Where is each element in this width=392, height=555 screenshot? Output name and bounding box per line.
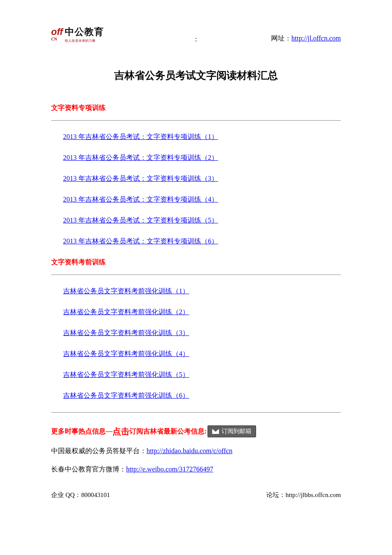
pretest-link[interactable]: 吉林省公务员文字资料考前强化训练（4） — [63, 350, 189, 357]
logo-cn-text: CN — [51, 37, 63, 41]
promo-click: 点击 — [112, 426, 130, 437]
header-colon: : — [195, 35, 197, 43]
footer-forum-label: 论坛： — [266, 491, 285, 498]
promo-line: 更多时事热点信息—点击订阅吉林省最新公考信息: 订阅到邮箱 — [51, 425, 341, 437]
logo-text-block: 中公教育 给人改变未来的力量 — [65, 26, 104, 43]
pretest-link[interactable]: 吉林省公务员文字资料考前强化训练（6） — [63, 392, 189, 399]
page-header: off CN 中公教育 给人改变未来的力量 : 网址：http://jl.off… — [51, 26, 341, 43]
footer-qq-label: 企业 QQ： — [51, 491, 81, 498]
weibo-line: 长春中公教育官方微博：http://e.weibo.com/3172766497 — [51, 465, 341, 474]
subscribe-button-label: 订阅到邮箱 — [222, 428, 251, 435]
promo-prefix: 更多时事热点信息— — [51, 427, 112, 436]
divider — [51, 412, 341, 413]
logo-off-text: off — [51, 26, 63, 37]
header-url-label: 网址： — [271, 35, 291, 42]
weibo-link[interactable]: http://e.weibo.com/3172766497 — [126, 465, 213, 473]
header-url-block: 网址：http://jl.offcn.com — [271, 34, 341, 43]
pretest-link[interactable]: 吉林省公务员文字资料考前强化训练（3） — [63, 329, 189, 336]
header-url-link[interactable]: http://jl.offcn.com — [291, 35, 341, 42]
training-link[interactable]: 2013 年吉林省公务员考试：文字资料专项训练（4） — [63, 196, 218, 203]
training-link[interactable]: 2013 年吉林省公务员考试：文字资料专项训练（3） — [63, 175, 218, 182]
training-link[interactable]: 2013 年吉林省公务员考试：文字资料专项训练（2） — [63, 154, 218, 161]
logo-tagline: 给人改变未来的力量 — [65, 38, 104, 43]
footer-forum: 论坛：http://jlbbs.offcn.com — [266, 491, 341, 499]
section1-heading: 文字资料专项训练 — [51, 104, 341, 113]
section1-links: 2013 年吉林省公务员考试：文字资料专项训练（1） 2013 年吉林省公务员考… — [51, 133, 341, 246]
footer-qq-value: 800043101 — [81, 491, 110, 498]
subscribe-button[interactable]: 订阅到邮箱 — [208, 425, 256, 437]
pretest-link[interactable]: 吉林省公务员文字资料考前强化训练（5） — [63, 371, 189, 378]
logo-brand-name: 中公教育 — [65, 26, 104, 38]
qa-platform-link[interactable]: http://zhidao.baidu.com/c/offcn — [147, 447, 232, 454]
logo: off CN 中公教育 给人改变未来的力量 — [51, 26, 104, 43]
divider — [51, 120, 341, 121]
footer-qq: 企业 QQ：800043101 — [51, 491, 110, 499]
pretest-link[interactable]: 吉林省公务员文字资料考前强化训练（2） — [63, 308, 189, 315]
promo-suffix: 订阅吉林省最新公考信息: — [130, 427, 207, 436]
section2-links: 吉林省公务员文字资料考前强化训练（1） 吉林省公务员文字资料考前强化训练（2） … — [51, 287, 341, 400]
pretest-link[interactable]: 吉林省公务员文字资料考前强化训练（1） — [63, 287, 189, 295]
logo-mark: off CN — [51, 27, 63, 41]
envelope-icon — [212, 429, 219, 434]
training-link[interactable]: 2013 年吉林省公务员考试：文字资料专项训练（5） — [63, 217, 218, 224]
page-footer: 企业 QQ：800043101 论坛：http://jlbbs.offcn.co… — [51, 491, 341, 499]
page-title: 吉林省公务员考试文字阅读材料汇总 — [51, 69, 341, 82]
training-link[interactable]: 2013 年吉林省公务员考试：文字资料专项训练（6） — [63, 237, 218, 245]
training-link[interactable]: 2013 年吉林省公务员考试：文字资料专项训练（1） — [63, 133, 218, 140]
divider — [51, 275, 341, 275]
qa-platform-label: 中国最权威的公务员答疑平台： — [51, 447, 147, 454]
weibo-label: 长春中公教育官方微博： — [51, 465, 126, 473]
qa-platform-line: 中国最权威的公务员答疑平台：http://zhidao.baidu.com/c/… — [51, 447, 341, 456]
section2-heading: 文字资料考前训练 — [51, 258, 341, 267]
footer-forum-url: http://jlbbs.offcn.com — [285, 491, 341, 498]
